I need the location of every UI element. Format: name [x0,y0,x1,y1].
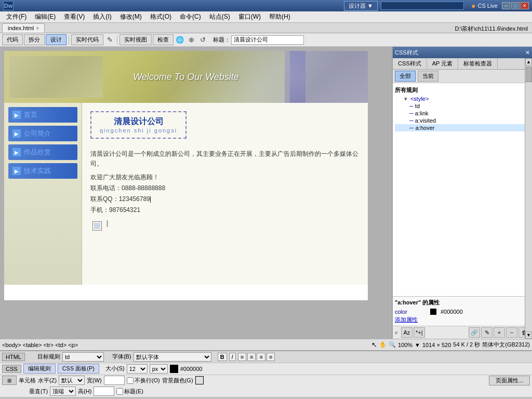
refresh-icon[interactable]: ↺ [197,35,208,45]
canvas-scroll[interactable]: Welcome To Our Website ▶ 首页 ▶ 公司简介 [0,47,392,339]
close-button[interactable]: ✕ [521,2,529,9]
panel-close-icon[interactable]: ✕ [525,49,530,56]
menu-edit[interactable]: 编辑(E) [31,11,60,22]
title-input[interactable] [231,35,304,45]
zoom-value[interactable]: 100% [398,342,413,348]
align-justify-button[interactable]: ≡ [267,353,275,361]
add-rule-button[interactable]: + [494,327,505,338]
scroll-down-button[interactable]: ▼ [525,331,532,339]
page-props-button[interactable]: 页面属性... [489,376,530,385]
cursor-icon: ↖ [371,341,377,349]
rule-style-tag[interactable]: ▼ <style> [395,95,530,102]
selection-handle [92,221,102,231]
designer-button[interactable]: 设计器 ▼ [344,1,378,11]
align-right-button[interactable]: ≡ [257,353,265,361]
add-property-link[interactable]: 添加属性 [395,316,530,324]
az-sort-button[interactable]: Az [401,327,413,338]
tab-css-styles[interactable]: CSS样式 [393,58,427,69]
canvas-area: Welcome To Our Website ▶ 首页 ▶ 公司简介 [0,47,392,339]
nav-item-about[interactable]: ▶ 公司简介 [8,126,77,141]
menu-command[interactable]: 命令(C) [176,11,205,22]
live-view-button[interactable]: 实时视图 [119,34,152,45]
company-name: 清晨设计公司 [100,116,177,127]
text-color-swatch[interactable] [170,365,178,373]
horiz-select[interactable]: 默认 [59,376,85,385]
size-label: 大小(S) [105,365,125,373]
edit-rules-button[interactable]: 编辑规则 [23,364,56,374]
main-area: Welcome To Our Website ▶ 首页 ▶ 公司简介 [0,47,532,339]
live-code-button[interactable]: 实时代码 [71,34,103,45]
target-rule-select[interactable]: td [62,352,104,362]
filter-current-button[interactable]: 当前 [418,71,438,82]
font-family-select[interactable]: 默认字体 [134,352,211,362]
mobile-text: 手机：987654321 [90,206,360,215]
scrollbar-thumb[interactable] [526,66,532,82]
menu-insert[interactable]: 插入(I) [89,11,115,22]
design-button[interactable]: 设计 [46,34,66,45]
color-swatch[interactable] [430,309,436,315]
hand-icon: ✋ [379,341,387,348]
maximize-button[interactable]: □ [511,2,520,9]
css-rules[interactable]: 所有规则 ▼ <style> ─ td ─ a:link ─ a:visited… [393,83,532,296]
nav-item-tech[interactable]: ▶ 技术实践 [8,163,77,179]
site-nav-area: ▶ 首页 ▶ 公司简介 ▶ 作品欣赏 ▶ 技术实 [4,103,368,285]
nowrap-label: 不换行(O) [127,377,160,384]
menu-file[interactable]: 文件(F) [2,11,31,22]
rule-visited[interactable]: ─ a:visited [395,117,530,124]
inspect-button[interactable]: 检查 [153,34,174,45]
bg-color-swatch[interactable] [195,376,204,384]
prop-color-name: color [395,309,426,315]
header-checkbox[interactable] [116,388,123,395]
css-mode-button[interactable]: CSS [2,365,21,373]
edit-button[interactable]: ✎ [481,327,493,338]
bold-button[interactable]: B [218,353,227,361]
split-button[interactable]: 拆分 [24,34,45,45]
tab-ap-elements[interactable]: AP 元素 [427,58,459,69]
unit-select[interactable]: px [150,364,168,374]
dropdown-icon: ▼ [367,3,373,9]
code-button[interactable]: 代码 [2,34,23,45]
text-cursor [150,196,151,203]
company-pinyin: qingchen shi ji gongsi [100,127,177,134]
welcome-text: 欢迎广大朋友光临惠顾！ [90,173,360,182]
color-value: #000000 [180,366,203,372]
align-center-button[interactable]: ≡ [247,353,256,361]
zoom-in-icon[interactable]: ⊕ [186,35,196,45]
nav-label-tech: 技术实践 [24,166,51,176]
prop-color-value: #000000 [441,309,463,315]
css-panel-button[interactable]: CSS 面板(P) [58,364,99,374]
italic-button[interactable]: I [229,353,236,361]
height-input[interactable] [94,387,114,396]
font-size-select[interactable]: 12 [127,364,148,374]
rule-td[interactable]: ─ td [395,102,530,110]
link-button[interactable]: 🔗 [469,327,480,338]
nowrap-checkbox[interactable] [127,377,134,384]
menu-site[interactable]: 站点(S) [205,11,234,22]
tab-index-html[interactable]: index.html × [2,23,45,33]
tab-tag-inspector[interactable]: 标签检查器 [458,58,498,69]
scroll-up-button[interactable]: ▲ [525,58,532,65]
rule-hover[interactable]: ─ a:hover [395,124,530,131]
width-input[interactable] [104,376,125,385]
html-mode-button[interactable]: HTML [2,353,25,361]
rule-link[interactable]: ─ a:link [395,110,530,117]
nav-item-home[interactable]: ▶ 首页 [8,107,77,123]
vert-select[interactable]: 顶端 [50,387,76,396]
search-input[interactable] [381,2,464,10]
pin-button[interactable]: *+| [414,327,425,338]
menu-view[interactable]: 查看(V) [60,11,89,22]
filter-all-button[interactable]: 全部 [395,71,416,82]
tab-label: index.html [8,25,34,31]
menu-modify[interactable]: 修改(M) [116,11,146,22]
tab-close-icon[interactable]: × [36,25,39,31]
menu-help[interactable]: 帮助(H) [265,11,295,22]
menu-window[interactable]: 窗口(W) [234,11,265,22]
menu-format[interactable]: 格式(O) [146,11,176,22]
panel-scrollbar[interactable]: ▲ ▼ [525,58,532,339]
align-left-button[interactable]: ≡ [238,353,246,361]
minimize-button[interactable]: ─ [502,2,510,9]
minus-button[interactable]: − [506,327,517,338]
header-welcome-text: Welcome To Our Website [133,72,239,83]
nav-item-works[interactable]: ▶ 作品欣赏 [8,144,77,160]
rule-td-label: ─ [409,103,415,109]
